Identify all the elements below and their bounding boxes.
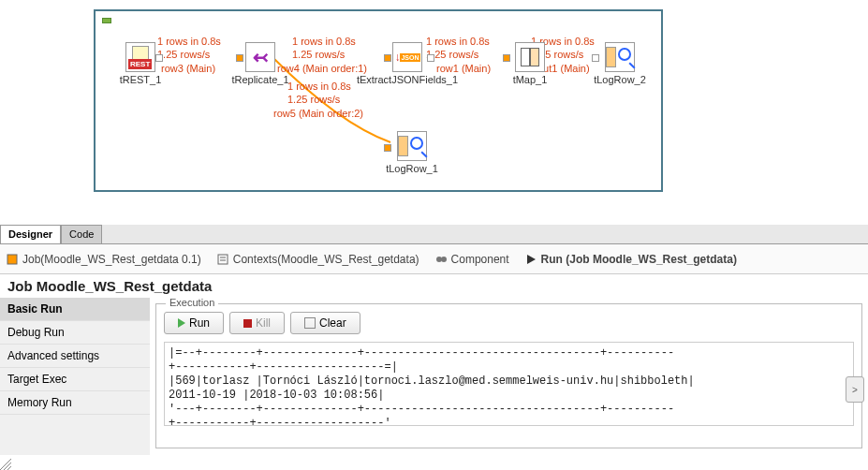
svg-point-5 [441, 257, 447, 262]
job-title: Job Moodle_WS_Rest_getdata [0, 274, 868, 298]
collapse-handle[interactable] [102, 18, 111, 23]
component-icon [434, 253, 448, 266]
rest-icon: REST [125, 42, 155, 72]
sidebar-item-target-exec[interactable]: Target Exec [0, 368, 150, 391]
magnifier-icon [605, 42, 635, 72]
sidebar-item-advanced[interactable]: Advanced settings [0, 345, 150, 368]
svg-rect-1 [218, 255, 228, 264]
stats-row5: 1 rows in 0.8s1.25 rows/s [287, 80, 351, 107]
node-tlogrow2[interactable]: tLogRow_2 [587, 42, 653, 85]
node-treplicate[interactable]: ↢ tReplicate_1 [230, 42, 290, 85]
svg-line-9 [7, 466, 11, 470]
view-tab-contexts[interactable]: Contexts(Moodle_WS_Rest_getdata) [216, 253, 419, 266]
tab-designer[interactable]: Designer [0, 225, 61, 243]
node-trest[interactable]: REST tREST_1 [110, 42, 170, 85]
svg-marker-6 [527, 255, 536, 264]
stop-icon [243, 319, 252, 328]
designer-code-tabs: Designer Code [0, 225, 868, 244]
kill-button[interactable]: Kill [229, 312, 285, 334]
view-tabs: Job(Moodle_WS_Rest_getdata 0.1) Contexts… [0, 244, 868, 274]
subjob-container[interactable]: 1 rows in 0.8s1.25 rows/s 1 rows in 0.8s… [94, 9, 663, 192]
tmap-icon [515, 42, 545, 72]
view-tab-run[interactable]: Run (Job Moodle_WS_Rest_getdata) [524, 253, 737, 266]
sidebar-item-basic-run[interactable]: Basic Run [0, 298, 150, 321]
console-output[interactable]: |=--+--------+--------------+-----------… [164, 342, 854, 426]
node-textractjson[interactable]: ↓JSON tExtractJSONFields_1 [356, 42, 459, 85]
magnifier-icon [397, 131, 427, 161]
flow-row5: row5 (Main order:2) [273, 108, 363, 119]
run-icon [524, 253, 537, 266]
run-sidebar: Basic Run Debug Run Advanced settings Ta… [0, 298, 150, 455]
view-tab-job[interactable]: Job(Moodle_WS_Rest_getdata 0.1) [6, 253, 201, 266]
resize-handle[interactable] [0, 459, 11, 470]
stats-row4: 1 rows in 0.8s1.25 rows/s [292, 35, 356, 62]
flow-row4: row4 (Main order:1) [277, 63, 367, 74]
node-tmap[interactable]: tMap_1 [500, 42, 560, 85]
design-canvas[interactable]: 1 rows in 0.8s1.25 rows/s 1 rows in 0.8s… [0, 0, 868, 225]
svg-line-8 [4, 463, 11, 470]
run-panel: Basic Run Debug Run Advanced settings Ta… [0, 298, 868, 455]
json-icon: ↓JSON [392, 42, 422, 72]
svg-rect-0 [7, 255, 17, 264]
scroll-right-button[interactable]: > [846, 376, 864, 403]
clear-button[interactable]: Clear [290, 312, 360, 334]
tab-code[interactable]: Code [61, 225, 102, 243]
view-tab-component[interactable]: Component [434, 253, 509, 266]
sidebar-item-memory-run[interactable]: Memory Run [0, 391, 150, 415]
node-tlogrow1[interactable]: tLogRow_1 [379, 131, 445, 174]
job-icon [6, 253, 19, 266]
execution-legend: Execution [166, 297, 218, 308]
contexts-icon [216, 253, 229, 266]
clear-icon [304, 317, 316, 329]
execution-panel: Execution Run Kill Clear |=--+--------+-… [150, 298, 868, 455]
play-icon [178, 318, 185, 328]
run-button[interactable]: Run [164, 312, 224, 334]
replicate-icon: ↢ [245, 42, 275, 72]
sidebar-item-debug-run[interactable]: Debug Run [0, 321, 150, 345]
